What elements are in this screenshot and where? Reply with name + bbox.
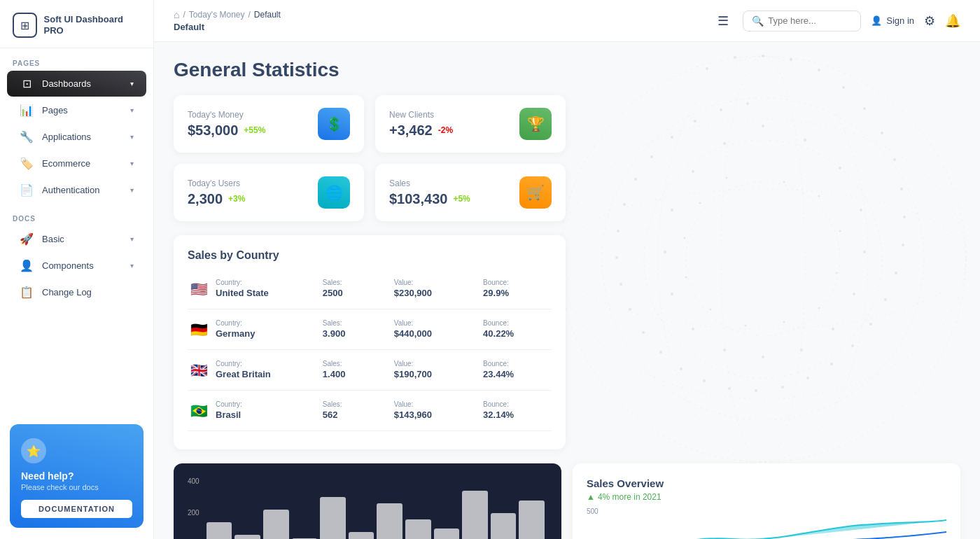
sidebar-item-authentication[interactable]: 📄 Authentication ▾ — [7, 177, 146, 203]
basic-arrow-icon: ▾ — [130, 235, 134, 243]
clients-amount: +3,462 — [389, 122, 433, 139]
svg-point-29 — [659, 351, 662, 354]
svg-point-26 — [728, 387, 731, 390]
stat-label-sales: Sales — [389, 178, 470, 188]
content-area: General Statistics Today's Money $53,000… — [154, 42, 980, 539]
bar-group — [349, 532, 374, 540]
svg-point-30 — [642, 331, 645, 334]
bottom-row: 400 200 0 Sales Overview ▲ 4% more in 20… — [174, 463, 960, 539]
svg-point-13 — [881, 132, 883, 134]
navbar-right: 🔍 👤 Sign in ⚙ 🔔 — [743, 10, 960, 31]
svg-point-12 — [863, 107, 866, 110]
help-title: Need help? — [21, 470, 132, 482]
sales-col-label: Sales: — [323, 400, 388, 408]
y-400: 400 — [188, 477, 200, 485]
svg-point-21 — [851, 344, 854, 347]
svg-point-15 — [900, 188, 903, 190]
notification-icon[interactable]: 🔔 — [945, 13, 960, 29]
authentication-icon: 📄 — [20, 183, 34, 197]
value-col-label: Value: — [394, 319, 477, 327]
sidebar-section-docs: DOCS 🚀 Basic ▾ 👤 Components ▾ 📋 Change L… — [0, 204, 153, 306]
dashboards-arrow-icon: ▾ — [130, 80, 134, 88]
stat-label-users: Today's Users — [188, 178, 245, 188]
svg-point-7 — [721, 56, 805, 462]
stat-value-money: $53,000 +55% — [188, 122, 265, 139]
svg-point-59 — [723, 142, 726, 145]
breadcrumb-sep-2: / — [248, 10, 250, 20]
clients-icon: 🏆 — [519, 108, 552, 140]
sales-amount: $103,430 — [389, 191, 447, 207]
country-table: 🇺🇸 Country: United State Sales: 2500 Val… — [188, 273, 552, 435]
y-200: 200 — [188, 509, 200, 517]
svg-point-23 — [806, 377, 809, 379]
search-box: 🔍 — [743, 10, 861, 31]
ecommerce-arrow-icon: ▾ — [130, 160, 134, 167]
table-row: 🇬🇧 Country: Great Britain Sales: 1.400 V… — [188, 354, 552, 386]
users-amount: 2,300 — [188, 191, 223, 207]
svg-point-0 — [560, 56, 966, 462]
documentation-button[interactable]: DOCUMENTATION — [21, 500, 132, 518]
search-input[interactable] — [768, 15, 852, 26]
sidebar-item-components-label: Components — [42, 260, 122, 271]
bar-group — [377, 503, 402, 539]
bar-group — [320, 497, 346, 539]
bar-group — [491, 513, 517, 540]
sidebar-item-basic[interactable]: 🚀 Basic ▾ — [7, 226, 146, 252]
stat-card-money: Today's Money $53,000 +55% 💲 — [174, 95, 364, 153]
svg-point-58 — [692, 170, 694, 173]
sidebar-item-ecommerce[interactable]: 🏷️ Ecommerce ▾ — [7, 150, 146, 176]
svg-point-39 — [694, 120, 696, 122]
stat-card-clients: New Clients +3,462 -2% 🏆 — [375, 95, 566, 153]
svg-point-54 — [692, 328, 694, 330]
svg-point-16 — [903, 216, 906, 218]
stat-value-users: 2,300 +3% — [188, 191, 245, 207]
overview-y-500: 500 — [587, 507, 598, 515]
globe-decoration — [546, 42, 980, 476]
sales-value: 2500 — [323, 288, 343, 298]
sales-value: 3.900 — [323, 328, 346, 339]
overview-title: Sales Overview — [587, 477, 946, 489]
bounce-value: 23.44% — [483, 369, 514, 379]
svg-point-49 — [853, 293, 855, 295]
sidebar-item-pages-label: Pages — [42, 105, 122, 115]
bar — [462, 491, 488, 539]
svg-point-6 — [658, 56, 868, 462]
svg-point-22 — [830, 363, 833, 365]
help-star-icon: ⭐ — [21, 438, 46, 463]
sidebar-item-changelog[interactable]: 📋 Change Log — [7, 279, 146, 305]
svg-point-27 — [703, 379, 706, 382]
sidebar-item-applications[interactable]: 🔧 Applications ▾ — [7, 124, 146, 150]
clients-change: -2% — [438, 125, 453, 135]
value-col-label: Value: — [394, 279, 477, 286]
signin-label: Sign in — [886, 15, 914, 26]
bounce-col-label: Bounce: — [483, 360, 549, 368]
sidebar-item-pages[interactable]: 📊 Pages ▾ — [7, 97, 146, 123]
stat-label-money: Today's Money — [188, 110, 265, 120]
country-name: Great Britain — [216, 369, 271, 379]
table-row: 🇧🇷 Country: Brasil Sales: 562 Value: $14… — [188, 395, 552, 426]
settings-icon[interactable]: ⚙ — [924, 13, 935, 29]
bounce-col-label: Bounce: — [483, 279, 549, 286]
hamburger-button[interactable]: ☰ — [715, 10, 732, 31]
svg-point-69 — [684, 237, 686, 239]
svg-point-37 — [650, 155, 653, 158]
sidebar-item-basic-label: Basic — [42, 234, 122, 244]
sales-col-label: Sales: — [323, 319, 388, 327]
navbar: ⌂ / Today's Money / Default Default ☰ 🔍 … — [154, 0, 980, 42]
stat-value-sales: $103,430 +5% — [389, 191, 470, 207]
sidebar-item-dashboards[interactable]: ⊡ Dashboards ▾ — [7, 71, 146, 97]
sales-value: 1.400 — [323, 369, 346, 379]
sidebar-item-components[interactable]: 👤 Components ▾ — [7, 253, 146, 279]
svg-point-28 — [680, 368, 682, 370]
bounce-col-label: Bounce: — [483, 400, 549, 408]
svg-point-8 — [762, 55, 764, 57]
svg-point-71 — [726, 177, 728, 179]
country-col-label: Country: — [216, 400, 317, 408]
svg-point-38 — [671, 136, 673, 139]
svg-point-61 — [818, 195, 820, 197]
signin-button[interactable]: 👤 Sign in — [871, 15, 914, 26]
money-icon: 💲 — [318, 108, 350, 140]
country-flag: 🇩🇪 — [190, 322, 208, 337]
svg-point-65 — [783, 321, 785, 323]
pages-section-label: PAGES — [0, 48, 153, 70]
